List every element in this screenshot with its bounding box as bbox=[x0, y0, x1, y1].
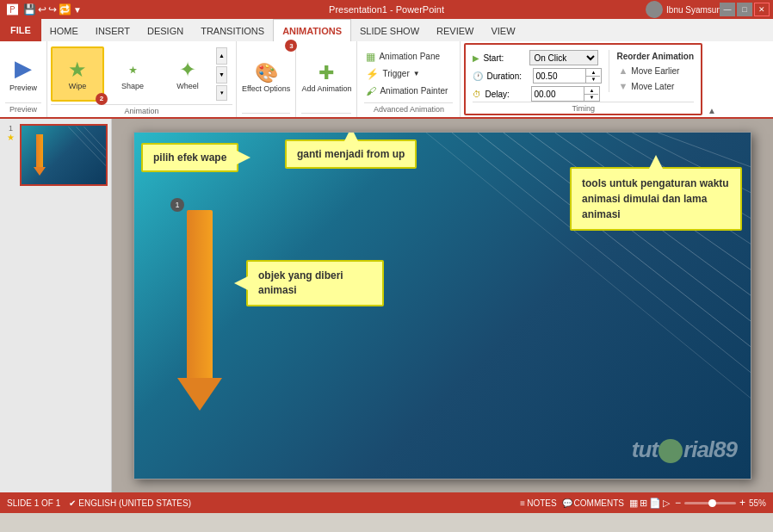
slideshow-view-btn[interactable]: ▷ bbox=[663, 498, 670, 509]
delay-input[interactable]: 00.00 bbox=[532, 87, 584, 101]
app-icon: 🅿 bbox=[7, 3, 18, 16]
tab-animations[interactable]: ANIMATIONS bbox=[273, 19, 351, 41]
effect-options-section-label bbox=[242, 113, 290, 115]
slide-count: SLIDE 1 OF 1 bbox=[7, 498, 60, 508]
view-buttons: ▦ ⊞ 📄 ▷ bbox=[629, 498, 670, 509]
trigger-btn[interactable]: ⚡ Trigger ▼ bbox=[364, 67, 453, 81]
tab-transitions[interactable]: TRANSITIONS bbox=[192, 21, 273, 41]
move-later-icon: ▼ bbox=[618, 81, 628, 91]
scroll-up-btn[interactable]: ▲ bbox=[216, 47, 227, 65]
duration-down-btn[interactable]: ▼ bbox=[586, 77, 600, 84]
svg-line-10 bbox=[658, 133, 751, 167]
duration-icon: 🕐 bbox=[473, 71, 483, 81]
wipe-label: Wipe bbox=[69, 82, 87, 90]
wheel-label: Wheel bbox=[176, 82, 199, 90]
trigger-label: Trigger bbox=[382, 69, 409, 78]
add-animation-section-label bbox=[301, 113, 351, 115]
tab-view[interactable]: VIEW bbox=[482, 21, 523, 41]
zoom-slider[interactable] bbox=[684, 502, 736, 504]
customize-icon[interactable]: ▼ bbox=[73, 5, 82, 15]
slide-canvas[interactable]: 1 pilih efek wape ganti menjadi from up bbox=[133, 132, 751, 479]
comments-btn[interactable]: 💬 COMMENTS bbox=[562, 498, 624, 508]
reading-view-btn[interactable]: 📄 bbox=[649, 498, 661, 509]
maximize-btn[interactable]: □ bbox=[737, 3, 752, 16]
tab-insert[interactable]: INSERT bbox=[87, 21, 139, 41]
effect-options-btn[interactable]: 🎨 Effect Options 3 bbox=[242, 43, 290, 113]
add-animation-btn[interactable]: ✚ Add Animation bbox=[301, 43, 351, 113]
slide-number-indicator: 1 bbox=[9, 124, 13, 133]
move-earlier-label: Move Earlier bbox=[631, 66, 679, 76]
callout-object: objek yang diberi animasi bbox=[246, 260, 384, 306]
start-row: ▶ Start: On Click With Previous After Pr… bbox=[473, 50, 602, 65]
notes-btn[interactable]: ≡ NOTES bbox=[520, 498, 556, 508]
timing-section: ▶ Start: On Click With Previous After Pr… bbox=[464, 43, 702, 115]
tab-slideshow[interactable]: SLIDE SHOW bbox=[351, 21, 428, 41]
painter-icon: 🖌 bbox=[366, 85, 376, 97]
minimize-btn[interactable]: — bbox=[720, 3, 735, 16]
start-icon: ▶ bbox=[473, 53, 479, 63]
title-bar-text: Presentation1 - PowerPoint bbox=[329, 4, 444, 15]
move-later-label: Move Later bbox=[631, 82, 674, 91]
tab-home[interactable]: HOME bbox=[41, 21, 87, 41]
animation-shape[interactable]: ⋆ Shape bbox=[106, 46, 159, 102]
duration-row: 🕐 Duration: 00.50 ▲ ▼ bbox=[473, 68, 602, 84]
shape-label: Shape bbox=[121, 82, 144, 90]
duration-input[interactable]: 00.50 bbox=[534, 69, 585, 83]
repeat-icon[interactable]: 🔁 bbox=[59, 3, 71, 15]
effect-options-label: Effect Options bbox=[242, 84, 290, 94]
preview-section-label: Preview bbox=[5, 102, 41, 114]
painter-label: Animation Painter bbox=[380, 86, 448, 96]
preview-btn[interactable]: ▶ Preview bbox=[5, 45, 41, 102]
add-animation-icon: ✚ bbox=[318, 62, 334, 84]
move-later-btn[interactable]: ▼ Move Later bbox=[616, 80, 694, 92]
timing-section-label: Timing bbox=[473, 102, 694, 113]
delay-down-btn[interactable]: ▼ bbox=[584, 95, 598, 102]
preview-section: ▶ Preview Preview bbox=[0, 41, 47, 117]
redo-icon[interactable]: ↪ bbox=[48, 3, 57, 15]
tab-file[interactable]: FILE bbox=[0, 19, 41, 41]
tab-review[interactable]: REVIEW bbox=[428, 21, 482, 41]
reorder-title: Reorder Animation bbox=[616, 52, 694, 61]
delay-up-btn[interactable]: ▲ bbox=[584, 87, 598, 95]
animation-section-label: Animation bbox=[51, 104, 232, 115]
animation-wheel[interactable]: ✦ Wheel bbox=[161, 46, 214, 102]
animation-section: ★ Wipe 2 ⋆ Shape ✦ Wheel ▲ ▼ ▾ Animation bbox=[47, 41, 237, 117]
add-animation-label: Add Animation bbox=[301, 84, 351, 94]
animation-pane-btn[interactable]: ▦ Animation Pane bbox=[364, 50, 453, 64]
zoom-out-btn[interactable]: − bbox=[675, 497, 681, 509]
language-indicator: ✔ ENGLISH (UNITED STATES) bbox=[69, 498, 191, 508]
undo-icon[interactable]: ↩ bbox=[38, 3, 46, 15]
animation-wipe[interactable]: ★ Wipe 2 bbox=[51, 46, 104, 102]
normal-view-btn[interactable]: ▦ bbox=[629, 498, 638, 509]
callout-timing: tools untuk pengaturan waktu animasi dim… bbox=[570, 167, 742, 231]
animation-arrow-object[interactable] bbox=[177, 210, 222, 411]
slide-canvas-area: 1 pilih efek wape ganti menjadi from up bbox=[112, 119, 773, 492]
move-earlier-icon: ▲ bbox=[618, 65, 628, 76]
effect-options-section: 🎨 Effect Options 3 bbox=[237, 41, 296, 117]
slide-thumbnail[interactable] bbox=[20, 124, 108, 186]
tab-design[interactable]: DESIGN bbox=[139, 21, 192, 41]
badge-2: 2 bbox=[96, 93, 108, 105]
play-icon: ▶ bbox=[15, 55, 32, 82]
scroll-more-btn[interactable]: ▾ bbox=[216, 85, 227, 101]
add-animation-section: ✚ Add Animation bbox=[296, 41, 357, 117]
save-icon[interactable]: 💾 bbox=[23, 3, 36, 15]
animation-marker: ★ bbox=[7, 133, 15, 142]
zoom-level: 55% bbox=[749, 498, 766, 508]
status-bar: SLIDE 1 OF 1 ✔ ENGLISH (UNITED STATES) ≡… bbox=[0, 492, 773, 513]
scroll-down-btn[interactable]: ▼ bbox=[216, 66, 227, 84]
animation-painter-btn[interactable]: 🖌 Animation Painter bbox=[364, 84, 453, 98]
effect-options-icon: 🎨 bbox=[255, 62, 278, 84]
start-select[interactable]: On Click With Previous After Previous bbox=[529, 50, 598, 65]
comments-label: COMMENTS bbox=[574, 498, 624, 508]
svg-line-3 bbox=[478, 133, 751, 347]
close-btn[interactable]: ✕ bbox=[754, 3, 770, 16]
zoom-in-btn[interactable]: + bbox=[739, 497, 745, 509]
slide-panel: 1 ★ bbox=[0, 119, 112, 492]
duration-up-btn[interactable]: ▲ bbox=[586, 69, 600, 77]
move-earlier-btn[interactable]: ▲ Move Earlier bbox=[616, 65, 694, 77]
sorter-view-btn[interactable]: ⊞ bbox=[640, 498, 647, 509]
ribbon-collapse-btn[interactable]: ▲ bbox=[706, 41, 718, 117]
notes-icon: ≡ bbox=[520, 498, 525, 508]
shape-icon: ⋆ bbox=[127, 58, 139, 82]
